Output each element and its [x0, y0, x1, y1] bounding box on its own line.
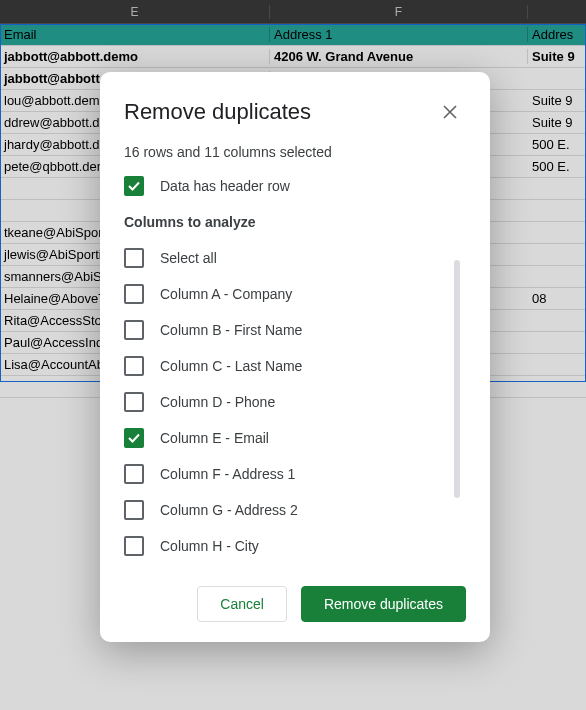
column-checkbox[interactable]	[124, 536, 144, 556]
columns-scroll-area[interactable]: Select all Column A - CompanyColumn B - …	[124, 242, 466, 566]
column-checkbox[interactable]	[124, 284, 144, 304]
column-checkbox[interactable]	[124, 320, 144, 340]
check-icon	[127, 179, 141, 193]
column-label: Column G - Address 2	[160, 502, 298, 518]
check-icon	[127, 431, 141, 445]
scrollbar[interactable]	[454, 260, 460, 498]
select-all-checkbox[interactable]	[124, 248, 144, 268]
confirm-label: Remove duplicates	[324, 596, 443, 612]
column-label: Column H - City	[160, 538, 259, 554]
column-label: Column D - Phone	[160, 394, 275, 410]
column-checkbox[interactable]	[124, 464, 144, 484]
column-checkbox[interactable]	[124, 356, 144, 376]
columns-section-label: Columns to analyze	[124, 214, 466, 230]
column-label: Column B - First Name	[160, 322, 302, 338]
column-label: Column C - Last Name	[160, 358, 302, 374]
column-label: Column E - Email	[160, 430, 269, 446]
column-checkbox[interactable]	[124, 500, 144, 520]
header-row-checkbox[interactable]	[124, 176, 144, 196]
dialog-title: Remove duplicates	[124, 99, 311, 125]
column-checkbox[interactable]	[124, 428, 144, 448]
remove-duplicates-button[interactable]: Remove duplicates	[301, 586, 466, 622]
close-icon	[443, 105, 457, 119]
header-row-label: Data has header row	[160, 178, 290, 194]
column-label: Column F - Address 1	[160, 466, 295, 482]
cancel-label: Cancel	[220, 596, 264, 612]
select-all-label: Select all	[160, 250, 217, 266]
column-label: Column A - Company	[160, 286, 292, 302]
cancel-button[interactable]: Cancel	[197, 586, 287, 622]
remove-duplicates-dialog: Remove duplicates 16 rows and 11 columns…	[100, 72, 490, 642]
column-checkbox[interactable]	[124, 392, 144, 412]
close-button[interactable]	[434, 96, 466, 128]
selection-info: 16 rows and 11 columns selected	[124, 144, 466, 160]
